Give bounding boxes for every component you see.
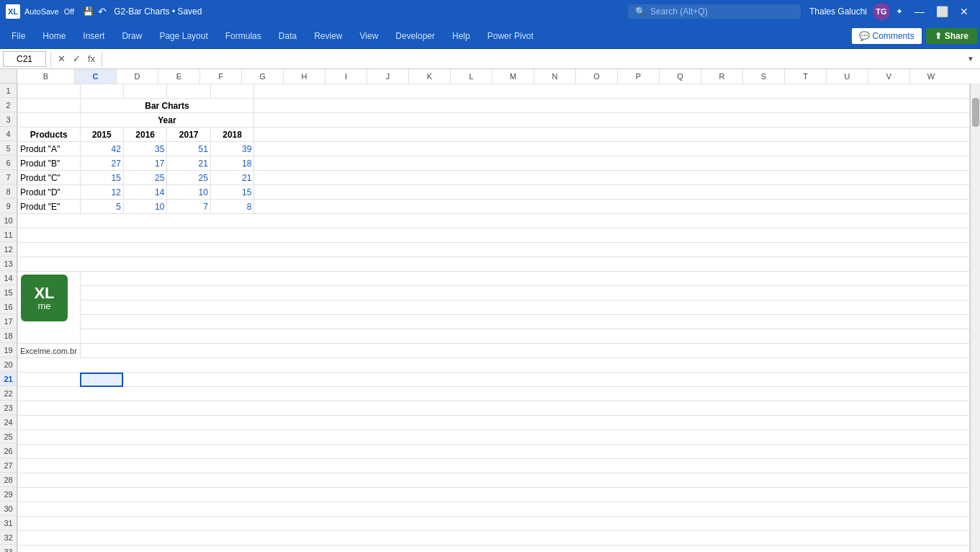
row-num-3[interactable]: 3 [0,112,17,127]
col-head-i[interactable]: I [325,69,367,84]
col-head-c[interactable]: C [75,69,117,84]
cell-e-2018[interactable]: 8 [210,200,253,214]
cell-product-e[interactable]: Produt "E" [18,200,81,214]
cell-d1[interactable] [123,84,166,99]
cell-rest4[interactable] [254,128,970,142]
cell-e-2016[interactable]: 10 [123,200,166,214]
col-head-g[interactable]: G [242,69,284,84]
cell-empty19rest[interactable] [80,344,969,358]
col-head-t[interactable]: T [785,69,827,84]
cell-b1[interactable] [18,84,81,99]
row-num-22[interactable]: 22 [0,386,17,401]
formula-input[interactable] [107,53,964,66]
cell-b-2016[interactable]: 17 [123,156,166,171]
row-num-20[interactable]: 20 [0,357,17,372]
cell-2017-header[interactable]: 2017 [167,128,210,142]
cell-website[interactable]: Excelme.com.br [18,344,81,358]
cell-c1[interactable] [80,84,123,99]
tab-file[interactable]: File [3,23,34,49]
cell-reference[interactable] [3,51,46,67]
cell-a-2018[interactable]: 39 [210,142,253,156]
cell-empty20[interactable] [18,358,970,373]
cell-b2[interactable] [18,99,81,113]
minimize-button[interactable]: — [909,0,930,23]
comments-button[interactable]: 💬 Comments [852,28,921,44]
col-head-b[interactable]: B [17,69,75,84]
cell-d-2015[interactable]: 12 [80,185,123,200]
row-num-5[interactable]: 5 [0,141,17,156]
customize-icon[interactable]: ✦ [890,0,909,23]
cell-d-2016[interactable]: 14 [123,185,166,200]
cancel-formula-button[interactable]: ✕ [55,53,68,64]
col-head-q[interactable]: Q [660,69,701,84]
col-head-l[interactable]: L [451,69,493,84]
row-num-27[interactable]: 27 [0,458,17,473]
undo-icon[interactable]: ↶ [98,6,107,17]
cell-product-d[interactable]: Produt "D" [18,185,81,200]
tab-view[interactable]: View [351,23,387,49]
cell-a-2017[interactable]: 51 [167,142,210,156]
cell-e-2015[interactable]: 5 [80,200,123,214]
cell-d-2018[interactable]: 15 [210,185,253,200]
tab-insert[interactable]: Insert [74,23,113,49]
cell-b-2018[interactable]: 18 [210,156,253,171]
tab-home[interactable]: Home [34,23,74,49]
fx-button[interactable]: fx [86,53,97,64]
row-num-26[interactable]: 26 [0,444,17,458]
row-num-6[interactable]: 6 [0,156,17,170]
cell-rest1[interactable] [254,84,970,99]
tab-developer[interactable]: Developer [387,23,444,49]
tab-draw[interactable]: Draw [113,23,150,49]
tab-power-pivot[interactable]: Power Pivot [479,23,542,49]
row-num-2[interactable]: 2 [0,98,17,112]
share-button[interactable]: ⬆ Share [926,28,977,44]
cell-rest9[interactable] [254,200,970,214]
cells-wrapper[interactable]: Bar Charts Year Products [17,84,970,552]
row-num-1[interactable]: 1 [0,84,17,98]
col-head-n[interactable]: N [534,69,576,84]
cell-c-2015[interactable]: 15 [80,171,123,185]
cell-b-2017[interactable]: 21 [167,156,210,171]
search-bar[interactable]: 🔍 [628,4,801,19]
row-num-14[interactable]: 14 [0,271,17,285]
cell-c-2018[interactable]: 21 [210,171,253,185]
row-num-13[interactable]: 13 [0,257,17,271]
col-head-k[interactable]: K [409,69,451,84]
cell-empty18[interactable] [80,329,969,344]
cell-b-2015[interactable]: 27 [80,156,123,171]
row-num-8[interactable]: 8 [0,184,17,199]
cell-2016-header[interactable]: 2016 [123,128,166,142]
tab-page-layout[interactable]: Page Layout [150,23,216,49]
cell-rest2[interactable] [254,99,970,113]
row-num-18[interactable]: 18 [0,329,17,343]
col-head-u[interactable]: U [827,69,868,84]
col-head-e[interactable]: E [158,69,200,84]
cell-b21[interactable] [18,373,81,387]
col-head-r[interactable]: R [701,69,743,84]
row-num-28[interactable]: 28 [0,473,17,487]
col-head-v[interactable]: V [868,69,910,84]
cell-empty14[interactable] [80,272,969,286]
restore-button[interactable]: ⬜ [930,0,954,23]
col-head-o[interactable]: O [576,69,618,84]
cell-rest6[interactable] [254,156,970,171]
cell-rest3[interactable] [254,113,970,128]
cell-rest21[interactable] [123,373,969,387]
row-num-29[interactable]: 29 [0,487,17,502]
row-num-12[interactable]: 12 [0,242,17,257]
save-icon[interactable]: 💾 [83,6,94,17]
row-num-9[interactable]: 9 [0,199,17,213]
col-head-f[interactable]: F [200,69,242,84]
cell-c21[interactable] [80,373,123,387]
cell-year[interactable]: Year [80,113,254,128]
cell-e-2017[interactable]: 7 [167,200,210,214]
cell-empty13[interactable] [18,257,970,272]
avatar[interactable]: TG [873,3,890,20]
row-num-25[interactable]: 25 [0,429,17,444]
row-num-23[interactable]: 23 [0,401,17,415]
cell-a-2016[interactable]: 35 [123,142,166,156]
row-num-32[interactable]: 32 [0,530,17,545]
row-num-16[interactable]: 16 [0,300,17,314]
cell-products-header[interactable]: Products [18,128,81,142]
row-num-7[interactable]: 7 [0,170,17,184]
